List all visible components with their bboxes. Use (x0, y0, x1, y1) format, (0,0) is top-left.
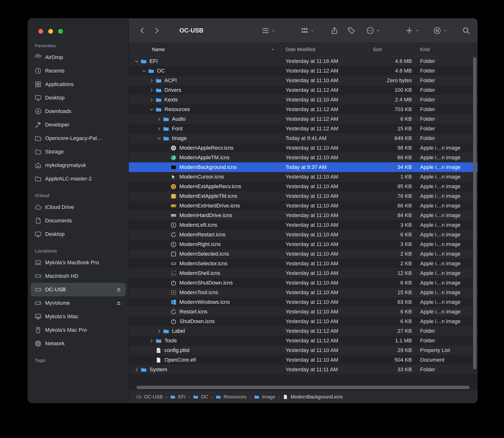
sidebar-item-mykolagrymalyuk[interactable]: mykolagrymalyuk (31, 159, 126, 172)
file-row-modernbackground-icns[interactable]: ModernBackground.icnsToday at 9:37 AM34 … (129, 162, 478, 172)
file-row-modernappletm-icns[interactable]: ModernAppleTM.icnsYesterday at 11:10 AM6… (129, 153, 478, 162)
disclosure-open-icon[interactable] (149, 107, 154, 112)
account-button[interactable]: M (433, 26, 447, 35)
file-row-drivers[interactable]: DriversYesterday at 11:12 AM100 KBFolder (129, 85, 478, 95)
file-row-shutdown-icns[interactable]: ShutDown.icnsYesterday at 11:10 AM6 KBAp… (129, 317, 478, 326)
minimize-button[interactable] (48, 29, 53, 34)
sidebar-item-storage[interactable]: Storage (31, 145, 126, 159)
more-actions-button[interactable] (366, 26, 380, 35)
file-row-modernrestart-icns[interactable]: ModernRestart.icnsYesterday at 11:10 AM6… (129, 230, 478, 240)
disclosure-closed-icon[interactable] (156, 117, 162, 121)
file-row-label[interactable]: LabelYesterday at 11:12 AM27 KBFolder (129, 326, 478, 336)
close-button[interactable] (38, 29, 43, 34)
disclosure-closed-icon[interactable] (134, 367, 139, 372)
disclosure-open-icon[interactable] (141, 69, 147, 73)
file-row-modernright-icns[interactable]: ModernRight.icnsYesterday at 11:10 AM3 K… (129, 240, 478, 249)
file-row-modernshutdown-icns[interactable]: ModernShutDown.icnsYesterday at 11:10 AM… (129, 278, 478, 288)
new-item-button[interactable] (405, 26, 419, 35)
column-header-date-modified[interactable]: Date Modified (281, 43, 368, 56)
forward-button[interactable] (151, 25, 162, 36)
sidebar-item-macintosh-hd[interactable]: Macintosh HD (31, 269, 126, 283)
file-date-modified: Yesterday at 11:10 AM (281, 95, 368, 105)
vertical-scrollbar-thumb[interactable] (473, 57, 477, 369)
path-item-image[interactable]: Image (254, 394, 275, 400)
file-row-font[interactable]: FontYesterday at 11:12 AM15 KBFolder (129, 124, 478, 133)
file-row-modernselected-icns[interactable]: ModernSelected.icnsYesterday at 11:10 AM… (129, 249, 478, 259)
sidebar-item-myvolume[interactable]: MyVolume (31, 296, 126, 310)
path-item-modernbackground-icns[interactable]: ModernBackground.icns (283, 394, 343, 400)
path-item-efi[interactable]: EFI (170, 394, 185, 400)
file-row-restart-icns[interactable]: Restart.icnsYesterday at 11:10 AM6 KBApp… (129, 307, 478, 317)
file-row-kexts[interactable]: KextsYesterday at 11:10 AM2.4 MBFolder (129, 95, 478, 105)
sidebar-item-desktop[interactable]: Desktop (31, 91, 126, 105)
tag-button[interactable] (347, 26, 355, 35)
back-button[interactable] (137, 25, 148, 36)
column-header-kind[interactable]: Kind (416, 43, 478, 56)
eject-icon[interactable] (115, 300, 122, 306)
file-row-audio[interactable]: AudioYesterday at 11:12 AM6 KBFolder (129, 114, 478, 124)
file-row-moderncursor-icns[interactable]: ModernCursor.icnsYesterday at 11:10 AM1 … (129, 172, 478, 182)
path-item-oc[interactable]: OC (193, 394, 208, 400)
sidebar-item-recents[interactable]: Recents (31, 64, 126, 77)
file-date-modified: Yesterday at 11:10 AM (281, 230, 368, 240)
horizontal-scrollbar[interactable] (129, 384, 478, 391)
search-button[interactable] (462, 26, 470, 35)
vertical-scrollbar[interactable] (473, 57, 477, 382)
column-header-size[interactable]: Size (368, 43, 416, 56)
eject-icon[interactable] (115, 286, 122, 293)
file-row-moderntool-icns[interactable]: ModernTool.icnsYesterday at 11:10 AM15 K… (129, 288, 478, 297)
file-row-modernwindows-icns[interactable]: ModernWindows.icnsYesterday at 11:10 AM6… (129, 297, 478, 307)
file-name-cell: ModernCursor.icns (129, 172, 281, 182)
column-header-name[interactable]: Name (129, 43, 281, 56)
file-row-modernextappletm-icns[interactable]: ModernExtAppleTM.icnsYesterday at 11:10 … (129, 191, 478, 201)
sidebar-item-icloud-drive[interactable]: iCloud Drive (31, 200, 126, 214)
disclosure-closed-icon[interactable] (149, 88, 154, 93)
sidebar-item-opencore-legacy-pat[interactable]: Opencore-Legacy-Pat… (31, 131, 126, 145)
sidebar-item-desktop[interactable]: Desktop (31, 227, 126, 241)
sidebar-item-applealc-master-2[interactable]: AppleALC-master-2 (31, 172, 126, 186)
disclosure-open-icon[interactable] (156, 136, 162, 141)
file-icon-folder (148, 68, 154, 74)
file-row-image[interactable]: ImageToday at 9:41 AM649 KBFolder (129, 133, 478, 143)
share-button[interactable] (330, 26, 339, 35)
file-size: 2.4 MB (368, 95, 416, 105)
sidebar-item-airdrop[interactable]: AirDrop (31, 51, 126, 64)
file-row-system[interactable]: SystemYesterday at 11:11 AM33 KBFolder (129, 365, 478, 374)
file-name-cell: ModernAppleTM.icns (129, 153, 281, 162)
disclosure-closed-icon[interactable] (156, 126, 162, 131)
sidebar-item-network[interactable]: Network (31, 337, 126, 350)
disclosure-open-icon[interactable] (134, 59, 139, 64)
sidebar-item-applications[interactable]: Applications (31, 77, 126, 91)
file-row-tools[interactable]: ToolsYesterday at 11:12 AM1.1 MBFolder (129, 336, 478, 345)
sidebar-item-downloads[interactable]: Downloads (31, 105, 126, 118)
disclosure-closed-icon[interactable] (156, 329, 162, 333)
horizontal-scrollbar-thumb[interactable] (137, 386, 470, 389)
file-row-resources[interactable]: ResourcesYesterday at 11:12 AM703 KBFold… (129, 105, 478, 114)
zoom-button[interactable] (58, 29, 63, 34)
disclosure-closed-icon[interactable] (149, 339, 154, 343)
file-row-efi[interactable]: EFIYesterday at 11:16 AM4.8 MBFolder (129, 56, 478, 66)
file-row-modernshell-icns[interactable]: ModernShell.icnsYesterday at 11:10 AM12 … (129, 268, 478, 278)
disclosure-closed-icon[interactable] (149, 78, 154, 83)
file-row-acpi[interactable]: ACPIYesterday at 11:10 AMZero bytesFolde… (129, 76, 478, 85)
file-row-modernselector-icns[interactable]: ModernSelector.icnsYesterday at 11:10 AM… (129, 259, 478, 268)
sidebar-item-documents[interactable]: Documents (31, 214, 126, 227)
file-row-opencore-efi[interactable]: OpenCore.efiYesterday at 11:10 AM504 KBD… (129, 355, 478, 365)
file-row-modernextapplerecv-icns[interactable]: ModernExtAppleRecv.icnsYesterday at 11:1… (129, 182, 478, 191)
file-row-modernapplerecv-icns[interactable]: ModernAppleRecv.icnsYesterday at 11:10 A… (129, 143, 478, 153)
group-by-button[interactable] (300, 26, 314, 35)
disclosure-closed-icon[interactable] (149, 98, 154, 102)
sidebar-item-mykola-s-macbook-pro[interactable]: Mykola’s MacBook Pro (31, 256, 126, 269)
file-row-modernharddrive-icns[interactable]: ModernHardDrive.icnsYesterday at 11:10 A… (129, 211, 478, 220)
file-row-modernextharddrive-icns[interactable]: ModernExtHardDrive.icnsYesterday at 11:1… (129, 201, 478, 211)
view-mode-button[interactable] (261, 26, 275, 35)
sidebar-item-oc-usb[interactable]: OC-USB (31, 283, 126, 296)
file-row-config-plist[interactable]: config.plistYesterday at 11:10 AM29 KBPr… (129, 345, 478, 355)
file-row-oc[interactable]: OCYesterday at 11:12 AM4.8 MBFolder (129, 66, 478, 76)
file-row-modernleft-icns[interactable]: ModernLeft.icnsYesterday at 11:10 AM3 KB… (129, 220, 478, 230)
sidebar-item-mykola-s-imac[interactable]: Mykola’s iMac (31, 310, 126, 323)
path-item-oc-usb[interactable]: OC-USB (136, 394, 163, 400)
sidebar-item-developer[interactable]: Developer (31, 118, 126, 131)
path-item-resources[interactable]: Resources (216, 394, 247, 400)
sidebar-item-mykola-s-mac-pro[interactable]: Mykola’s Mac Pro (31, 323, 126, 337)
